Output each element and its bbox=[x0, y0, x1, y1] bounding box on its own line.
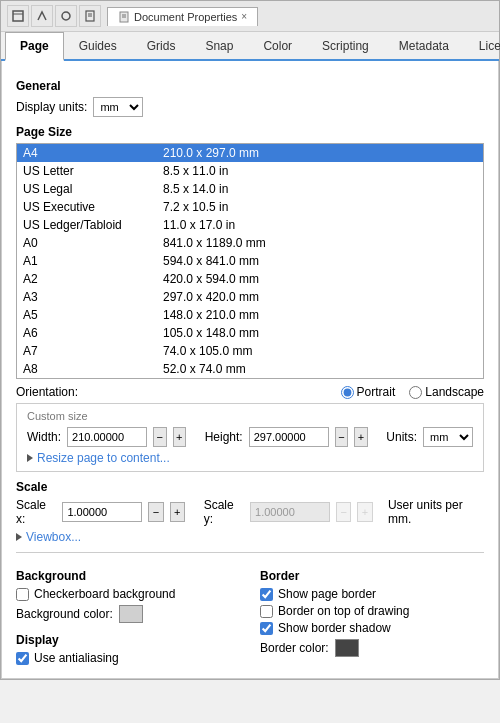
list-item-name: US Ledger/Tabloid bbox=[23, 218, 163, 232]
checkerboard-label: Checkerboard background bbox=[34, 587, 175, 601]
width-plus-button[interactable]: + bbox=[173, 427, 186, 447]
list-item-dims: 105.0 x 148.0 mm bbox=[163, 326, 477, 340]
tab-page[interactable]: Page bbox=[5, 32, 64, 61]
list-item-dims: 52.0 x 74.0 mm bbox=[163, 362, 477, 376]
bg-color-swatch[interactable] bbox=[119, 605, 143, 623]
orientation-options: Portrait Landscape bbox=[341, 385, 484, 399]
list-item-name: US Letter bbox=[23, 164, 163, 178]
title-bar: Document Properties × bbox=[1, 1, 499, 32]
width-label: Width: bbox=[27, 430, 61, 444]
tab-scripting[interactable]: Scripting bbox=[307, 32, 384, 61]
scale-x-plus-button[interactable]: + bbox=[170, 502, 185, 522]
scale-x-input[interactable] bbox=[62, 502, 142, 522]
units-select[interactable]: mm px in bbox=[423, 427, 473, 447]
toolbar-icon-2[interactable] bbox=[31, 5, 53, 27]
list-item-dims: 11.0 x 17.0 in bbox=[163, 218, 477, 232]
antialiasing-row: Use antialiasing bbox=[16, 651, 240, 665]
list-item[interactable]: US Executive7.2 x 10.5 in bbox=[17, 198, 483, 216]
tab-metadata[interactable]: Metadata bbox=[384, 32, 464, 61]
list-item[interactable]: A5148.0 x 210.0 mm bbox=[17, 306, 483, 324]
display-section-title: Display bbox=[16, 633, 240, 647]
tab-color[interactable]: Color bbox=[248, 32, 307, 61]
doc-icon bbox=[118, 11, 130, 23]
list-item[interactable]: A852.0 x 74.0 mm bbox=[17, 360, 483, 378]
page-size-list: A4210.0 x 297.0 mmUS Letter8.5 x 11.0 in… bbox=[16, 143, 484, 379]
list-item[interactable]: A3297.0 x 420.0 mm bbox=[17, 288, 483, 306]
custom-size-group: Custom size Width: − + Height: − + Units… bbox=[16, 403, 484, 472]
toolbar-icon-4[interactable] bbox=[79, 5, 101, 27]
background-column: Background Checkerboard background Backg… bbox=[16, 561, 240, 668]
list-item-dims: 8.5 x 14.0 in bbox=[163, 182, 477, 196]
list-item[interactable]: US Legal8.5 x 14.0 in bbox=[17, 180, 483, 198]
scale-section: Scale Scale x: − + Scale y: − + User uni… bbox=[16, 480, 484, 544]
display-units-select[interactable]: mm px in pt bbox=[93, 97, 143, 117]
toolbar-icon-1[interactable] bbox=[7, 5, 29, 27]
checkerboard-checkbox[interactable] bbox=[16, 588, 29, 601]
tab-grids[interactable]: Grids bbox=[132, 32, 191, 61]
tab-license[interactable]: License bbox=[464, 32, 500, 61]
list-item-name: US Legal bbox=[23, 182, 163, 196]
antialiasing-checkbox[interactable] bbox=[16, 652, 29, 665]
document-properties-tab[interactable]: Document Properties × bbox=[107, 7, 258, 26]
show-shadow-checkbox[interactable] bbox=[260, 622, 273, 635]
height-input[interactable] bbox=[249, 427, 329, 447]
list-item-name: A5 bbox=[23, 308, 163, 322]
scale-y-label: Scale y: bbox=[204, 498, 244, 526]
resize-link[interactable]: Resize page to content... bbox=[27, 451, 473, 465]
viewbox-link[interactable]: Viewbox... bbox=[16, 530, 484, 544]
resize-label: Resize page to content... bbox=[37, 451, 170, 465]
border-color-label: Border color: bbox=[260, 641, 329, 655]
border-on-top-row: Border on top of drawing bbox=[260, 604, 484, 618]
list-item[interactable]: US Letter8.5 x 11.0 in bbox=[17, 162, 483, 180]
tab-guides[interactable]: Guides bbox=[64, 32, 132, 61]
svg-point-2 bbox=[62, 12, 70, 20]
border-on-top-label: Border on top of drawing bbox=[278, 604, 409, 618]
resize-triangle-icon bbox=[27, 454, 33, 462]
divider bbox=[16, 552, 484, 553]
orientation-row: Orientation: Portrait Landscape bbox=[16, 385, 484, 399]
show-border-checkbox[interactable] bbox=[260, 588, 273, 601]
page-content: General Display units: mm px in pt Page … bbox=[1, 61, 499, 679]
list-item-name: A1 bbox=[23, 254, 163, 268]
width-minus-button[interactable]: − bbox=[153, 427, 166, 447]
list-item-dims: 297.0 x 420.0 mm bbox=[163, 290, 477, 304]
scale-x-label: Scale x: bbox=[16, 498, 56, 526]
page-size-section-title: Page Size bbox=[16, 125, 484, 139]
height-plus-button[interactable]: + bbox=[354, 427, 367, 447]
list-item[interactable]: A0841.0 x 1189.0 mm bbox=[17, 234, 483, 252]
orientation-label: Orientation: bbox=[16, 385, 78, 399]
custom-size-inputs: Width: − + Height: − + Units: mm px in bbox=[27, 427, 473, 447]
list-item[interactable]: A6105.0 x 148.0 mm bbox=[17, 324, 483, 342]
close-tab-button[interactable]: × bbox=[241, 11, 247, 22]
toolbar-icon-3[interactable] bbox=[55, 5, 77, 27]
list-item-name: A6 bbox=[23, 326, 163, 340]
scale-y-minus-button: − bbox=[336, 502, 351, 522]
bg-color-label: Background color: bbox=[16, 607, 113, 621]
show-shadow-label: Show border shadow bbox=[278, 621, 391, 635]
tab-snap[interactable]: Snap bbox=[190, 32, 248, 61]
viewbox-label: Viewbox... bbox=[26, 530, 81, 544]
scale-x-minus-button[interactable]: − bbox=[148, 502, 163, 522]
custom-size-title: Custom size bbox=[27, 410, 473, 422]
width-input[interactable] bbox=[67, 427, 147, 447]
border-section-title: Border bbox=[260, 569, 484, 583]
landscape-radio[interactable] bbox=[409, 386, 422, 399]
units-per-label: User units per mm. bbox=[388, 498, 484, 526]
list-item-dims: 420.0 x 594.0 mm bbox=[163, 272, 477, 286]
list-item[interactable]: A2420.0 x 594.0 mm bbox=[17, 270, 483, 288]
height-minus-button[interactable]: − bbox=[335, 427, 348, 447]
list-item-dims: 7.2 x 10.5 in bbox=[163, 200, 477, 214]
portrait-option[interactable]: Portrait bbox=[341, 385, 396, 399]
two-col-section: Background Checkerboard background Backg… bbox=[16, 561, 484, 668]
border-color-swatch[interactable] bbox=[335, 639, 359, 657]
list-item[interactable]: A4210.0 x 297.0 mm bbox=[17, 144, 483, 162]
list-item-dims: 841.0 x 1189.0 mm bbox=[163, 236, 477, 250]
border-on-top-checkbox[interactable] bbox=[260, 605, 273, 618]
document-properties-window: Document Properties × Page Guides Grids … bbox=[0, 0, 500, 680]
landscape-option[interactable]: Landscape bbox=[409, 385, 484, 399]
list-item[interactable]: A1594.0 x 841.0 mm bbox=[17, 252, 483, 270]
checkerboard-row: Checkerboard background bbox=[16, 587, 240, 601]
list-item[interactable]: A774.0 x 105.0 mm bbox=[17, 342, 483, 360]
portrait-radio[interactable] bbox=[341, 386, 354, 399]
list-item[interactable]: US Ledger/Tabloid11.0 x 17.0 in bbox=[17, 216, 483, 234]
